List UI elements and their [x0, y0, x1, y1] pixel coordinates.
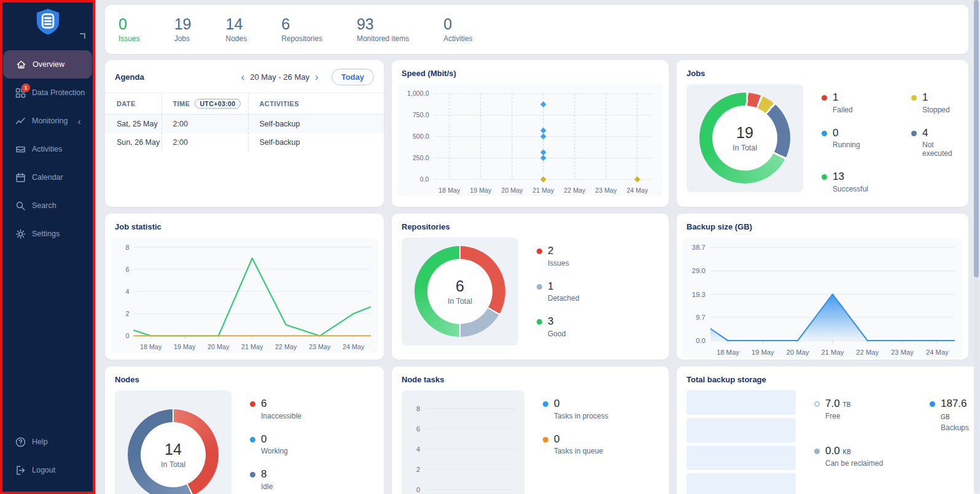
svg-text:18 May: 18 May	[438, 187, 461, 194]
node-tasks-title: Node tasks	[402, 375, 659, 384]
repositories-legend: 2Issues 1Detached 3Good	[537, 237, 579, 345]
search-icon	[15, 200, 26, 211]
sidebar-item-label: Activities	[32, 145, 62, 153]
svg-text:21 May: 21 May	[532, 187, 554, 194]
stat-label: Jobs	[174, 34, 192, 43]
svg-text:24 May: 24 May	[626, 187, 648, 194]
agenda-card: Agenda ‹ 20 May - 26 May › Today DATE TI…	[105, 60, 384, 207]
can-be-reclaimed-dot-icon	[814, 449, 820, 454]
legend-item-good: 3Good	[537, 315, 579, 338]
speed-card: Speed (Mbit/s) 0.0250.0500.0750.01,000.0…	[392, 60, 669, 207]
agenda-time: 2:00	[161, 133, 248, 152]
next-week-button[interactable]: ›	[315, 72, 319, 82]
jobs-card: Jobs 19 In Total 1Failed	[677, 60, 968, 207]
svg-text:20 May: 20 May	[787, 349, 809, 356]
stat-monitored-items[interactable]: 93 Monitored items	[357, 16, 409, 44]
legend-item-tasks-in-process: 0Tasks in process	[543, 398, 609, 420]
legend-item-not-executed: 4Not executed	[911, 127, 959, 158]
sidebar-item-search[interactable]: Search	[2, 191, 93, 220]
svg-text:21 May: 21 May	[821, 349, 844, 356]
sidebar-item-activities[interactable]: Activities	[2, 135, 93, 163]
node-tasks-card: Node tasks 02468 0Tasks in process 0Task…	[392, 366, 669, 494]
svg-text:0: 0	[125, 332, 129, 339]
legend-item-free: 7.0 TBFree	[814, 398, 912, 432]
svg-text:20 May: 20 May	[501, 187, 523, 194]
nodes-total: 14	[165, 441, 182, 458]
agenda-date: Sun, 26 May	[105, 133, 161, 152]
jobs-title: Jobs	[686, 69, 959, 78]
trend-icon	[15, 115, 26, 126]
stat-repositories[interactable]: 6 Repositories	[281, 16, 322, 44]
legend-item-can-be-reclaimed: 0.0 KBCan be reclaimed	[814, 445, 912, 468]
sidebar-item-settings[interactable]: Settings	[2, 220, 93, 248]
svg-text:22 May: 22 May	[856, 349, 879, 356]
stat-value: 14	[226, 16, 247, 33]
repositories-total-label: In Total	[448, 297, 472, 306]
sidebar-item-calendar[interactable]: Calendar	[2, 163, 93, 191]
stat-nodes[interactable]: 14 Nodes	[226, 16, 247, 44]
svg-text:23 May: 23 May	[595, 187, 617, 194]
stat-value: 0	[443, 16, 472, 33]
sidebar-item-logout[interactable]: Logout	[2, 456, 93, 484]
inbox-icon	[15, 144, 26, 155]
agenda-row: Sat, 25 May 2:00 Self-backup	[105, 115, 384, 134]
nodes-card: Nodes 14 In Total 6Inaccessible	[105, 366, 384, 494]
stat-label: Monitored items	[357, 34, 409, 43]
sidebar-bottom: Help Logout	[2, 428, 93, 484]
stat-jobs[interactable]: 19 Jobs	[174, 16, 192, 44]
legend-item-idle: 8Idle	[250, 468, 301, 491]
main-content: 0 Issues 19 Jobs 14 Nodes 6 Repositories…	[95, 0, 980, 494]
svg-text:19 May: 19 May	[752, 349, 774, 356]
svg-text:24 May: 24 May	[343, 343, 365, 350]
failed-dot-icon	[822, 95, 827, 101]
job-statistic-title: Job statistic	[115, 222, 374, 231]
gear-icon	[15, 228, 26, 239]
stat-label: Activities	[443, 34, 472, 43]
sidebar-item-label: Search	[32, 201, 56, 210]
not-executed-dot-icon	[911, 131, 917, 136]
scrollbar-thumb[interactable]	[974, 0, 979, 277]
successful-dot-icon	[822, 174, 827, 180]
working-dot-icon	[250, 437, 255, 442]
sidebar-item-overview[interactable]: Overview	[3, 50, 92, 79]
legend-item-stopped: 1Stopped	[911, 91, 959, 114]
storage-bar	[686, 446, 796, 470]
prev-week-button[interactable]: ‹	[241, 72, 245, 82]
svg-text:6: 6	[125, 266, 129, 273]
agenda-title: Agenda	[115, 72, 144, 82]
sidebar-collapse-icon[interactable]	[80, 33, 85, 39]
stat-activities[interactable]: 0 Activities	[443, 16, 472, 44]
sidebar-item-help[interactable]: Help	[2, 428, 93, 456]
sidebar-item-label: Data Protection	[32, 88, 85, 97]
svg-text:19.3: 19.3	[692, 291, 706, 298]
grid-icon: 1	[15, 87, 26, 98]
job-statistic-card: Job statistic 0246818 May19 May20 May21 …	[105, 214, 384, 360]
issues-dot-icon	[537, 249, 542, 254]
stat-issues[interactable]: 0 Issues	[119, 16, 140, 44]
storage-bar	[686, 473, 796, 494]
agenda-date: Sat, 25 May	[105, 115, 161, 134]
repositories-total: 6	[456, 277, 464, 295]
free-dot-icon	[814, 401, 820, 407]
sidebar-item-label: Calendar	[32, 173, 63, 182]
column-header-activities: ACTIVITIES	[248, 93, 384, 115]
sidebar-item-data-protection[interactable]: 1 Data Protection	[2, 79, 93, 107]
backup-size-title: Backup size (GB)	[686, 222, 959, 231]
node-tasks-legend: 0Tasks in process 0Tasks in queue	[543, 390, 609, 494]
jobs-donut-panel: 19 In Total	[686, 84, 803, 192]
chevron-left-icon[interactable]: ‹	[77, 116, 80, 126]
sidebar-item-monitoring[interactable]: Monitoring ‹	[2, 107, 93, 135]
legend-item-backups: 187.6 GBBackups	[930, 398, 969, 432]
column-header-time: TIMEUTC+03:00	[161, 93, 248, 115]
svg-text:250.0: 250.0	[413, 154, 429, 161]
help-icon	[15, 436, 26, 447]
nodes-title: Nodes	[115, 375, 374, 384]
svg-text:21 May: 21 May	[241, 343, 263, 350]
stopped-dot-icon	[911, 95, 917, 101]
today-button[interactable]: Today	[332, 69, 374, 85]
svg-text:19 May: 19 May	[470, 187, 492, 194]
job-statistic-chart: 0246818 May19 May20 May21 May22 May23 Ma…	[111, 237, 378, 353]
agenda-time: 2:00	[161, 115, 248, 134]
repositories-donut-panel: 6 In Total	[402, 237, 518, 345]
backup-size-card: Backup size (GB) 0.09.719.329.038.718 Ma…	[677, 214, 968, 360]
